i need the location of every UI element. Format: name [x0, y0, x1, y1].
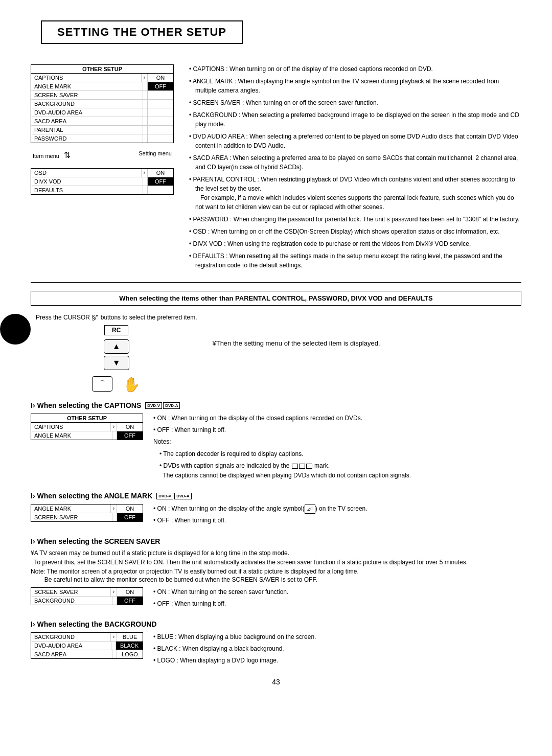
angle-symbol: ⊿□ [305, 505, 315, 514]
bg-row-logo: SACD AREA LOGO [31, 650, 143, 658]
bg-row-black: DVD-AUDIO AREA BLACK [31, 642, 143, 650]
disc-icon-2 [299, 464, 305, 469]
screen-saver-heading-text: I› When selecting the SCREEN SAVER [31, 537, 160, 545]
screen-saver-text1: ¥A TV screen may be burned out if a stat… [31, 549, 521, 557]
bullet-divx: DIVX VOD : When using the registration c… [189, 239, 521, 248]
cursor-left: Press the CURSOR §/ʼ buttons to select t… [31, 314, 197, 393]
captions-heading-text: I› When selecting the CAPTIONS [31, 401, 141, 409]
ss-bullet-off: OFF : When turning it off. [153, 599, 521, 609]
bg-row-blue: BACKGROUND › BLUE [31, 633, 143, 642]
dvd-v-badge: DVD-V [145, 402, 162, 409]
bullet-captions: CAPTIONS : When turning on or off the di… [189, 64, 521, 74]
angle-bullets: ON : When turning on the display of the … [153, 504, 521, 528]
bullet-dvd-audio: DVD AUDIO AREA : When selecting a prefer… [189, 132, 521, 150]
screen-saver-menu: SCREEN SAVER › ON BACKGROUND OFF [31, 587, 143, 605]
menu-box-title: OTHER SETUP [31, 65, 173, 74]
bullet-parental: PARENTAL CONTROL : When restricting play… [189, 175, 521, 212]
ss-row-off: BACKGROUND OFF [31, 597, 143, 605]
bg-bullet-logo: LOGO : When displaying a DVD logo image. [153, 656, 521, 666]
osd-menu: OSD › ON DIVX VOD OFF DEFAULTS [31, 168, 174, 195]
bullet-angle-mark: ANGLE MARK : When displaying the angle s… [189, 77, 521, 95]
hand-area: ⌒ ✋ [92, 374, 141, 393]
item-setting-labels: Item menu ⇅ Setting menu [31, 150, 174, 160]
page-number-text: 43 [272, 678, 280, 686]
angle-menu: ANGLE MARK › ON SCREEN SAVER OFF [31, 504, 143, 522]
bullet-defaults: DEFAULTS : When resetting all the settin… [189, 251, 521, 270]
bullet-osd: OSD : When turning on or off the OSD(On-… [189, 227, 521, 236]
bullet-password: PASSWORD : When changing the password fo… [189, 215, 521, 224]
ss-bullets: ON : When turning on the screen saver fu… [153, 587, 521, 611]
disc-icon-3 [306, 464, 312, 469]
screen-saver-section: I› When selecting the SCREEN SAVER ¥A TV… [31, 537, 521, 611]
menu-row: ANGLE MARK OFF [31, 82, 173, 91]
captions-bullet-off: OFF : When turning it off. [153, 425, 521, 435]
background-content: BACKGROUND › BLUE DVD-AUDIO AREA BLACK S… [31, 632, 521, 668]
angle-mark-heading: I› When selecting the ANGLE MARK DVD-V D… [31, 492, 521, 500]
ss-row-on: SCREEN SAVER › ON [31, 588, 143, 597]
screen-saver-text2: To prevent this, set the SCREEN SAVER to… [31, 559, 521, 566]
page-title: SETTING THE OTHER SETUP [57, 26, 226, 39]
bullet-sacd: SACD AREA : When selecting a preferred a… [189, 153, 521, 172]
captions-notes-label: Notes: [153, 437, 521, 447]
hand-icon: ✋ [123, 376, 141, 393]
captions-badges: DVD-V DVD-A [145, 402, 180, 409]
rc-box: RC [104, 325, 128, 335]
angle-bullet-on: ON : When turning on the display of the … [153, 504, 521, 514]
arrow-up-button[interactable]: ▲ [104, 339, 129, 354]
top-bullet-list: CAPTIONS : When turning on or off the di… [189, 64, 521, 273]
menu-row: PARENTAL [31, 126, 173, 134]
background-heading: I› When selecting the BACKGROUND [31, 620, 521, 628]
banner-text: When selecting the items other than PARE… [119, 294, 432, 302]
arrow-buttons: ▲ ▼ [104, 339, 129, 370]
cursor-buttons: Press the CURSOR §/ʼ buttons to select t… [36, 314, 197, 393]
ss-bullet-on: ON : When turning on the screen saver fu… [153, 587, 521, 597]
menu-row: PASSWORD [31, 134, 173, 143]
captions-bullet-on: ON : When turning on the display of the … [153, 414, 521, 423]
angle-mark-content: ANGLE MARK › ON SCREEN SAVER OFF ON : Wh… [31, 504, 521, 528]
menu-row: CAPTIONS › ON [31, 74, 173, 82]
captions-row-on: CAPTIONS › ON [31, 423, 143, 431]
top-section: OTHER SETUP CAPTIONS › ON ANGLE MARK OFF… [31, 64, 521, 273]
captions-section: I› When selecting the CAPTIONS DVD-V DVD… [31, 401, 521, 483]
menu-row: DEFAULTS [31, 186, 173, 194]
captions-content: OTHER SETUP CAPTIONS › ON ANGLE MARK OFF… [31, 414, 521, 483]
banner-box: When selecting the items other than PARE… [31, 291, 521, 306]
screen-saver-content: SCREEN SAVER › ON BACKGROUND OFF ON : Wh… [31, 587, 521, 611]
disc-icon-1 [292, 464, 298, 469]
angle-dvd-v-badge: DVD-V [156, 493, 173, 499]
angle-row-on: ANGLE MARK › ON [31, 505, 143, 513]
captions-menu: OTHER SETUP CAPTIONS › ON ANGLE MARK OFF [31, 414, 143, 440]
background-menu: BACKGROUND › BLUE DVD-AUDIO AREA BLACK S… [31, 632, 143, 659]
dvd-a-badge: DVD-A [163, 402, 180, 409]
screen-saver-text3: Note: The monitor screen of a projector … [31, 568, 521, 575]
menu-row: DVD-AUDIO AREA [31, 108, 173, 117]
rc-label: RC [112, 327, 121, 334]
captions-note-2: DVDs with caption signals are indicated … [159, 461, 521, 480]
cursor-text: Press the CURSOR §/ʼ buttons to select t… [36, 314, 197, 321]
bullet-screen-saver: SCREEN SAVER : When turning on or off th… [189, 98, 521, 107]
angle-mark-section: I› When selecting the ANGLE MARK DVD-V D… [31, 492, 521, 528]
captions-heading: I› When selecting the CAPTIONS DVD-V DVD… [31, 401, 521, 409]
circle-black [0, 314, 31, 345]
page-title-box: SETTING THE OTHER SETUP [41, 20, 243, 44]
bullet-background: BACKGROUND : When selecting a preferred … [189, 110, 521, 129]
menu-row: OSD › ON [31, 169, 173, 177]
arrow-down-button[interactable]: ▼ [104, 356, 129, 370]
bg-bullets: BLUE : When displaying a blue background… [153, 632, 521, 668]
angle-bullet-off: OFF : When turning it off. [153, 516, 521, 525]
captions-bullets: ON : When turning on the display of the … [153, 414, 521, 483]
divider [31, 282, 521, 283]
menu-row: SACD AREA [31, 117, 173, 126]
menu-diagram: OTHER SETUP CAPTIONS › ON ANGLE MARK OFF… [31, 64, 174, 273]
screen-saver-text4: Be careful not to allow the monitor scre… [31, 576, 521, 583]
bg-bullet-blue: BLUE : When displaying a blue background… [153, 632, 521, 642]
cursor-right: ¥Then the setting menu of the selected i… [212, 314, 521, 347]
captions-note-1: The caption decoder is required to displ… [159, 449, 521, 459]
angle-row-off: SCREEN SAVER OFF [31, 513, 143, 521]
arrows-icon: ⇅ [64, 151, 71, 159]
arc-button[interactable]: ⌒ [92, 376, 112, 392]
cursor-area: Press the CURSOR §/ʼ buttons to select t… [31, 314, 197, 393]
background-heading-text: I› When selecting the BACKGROUND [31, 620, 157, 628]
menu-row: BACKGROUND [31, 100, 173, 108]
menu-row: SCREEN SAVER [31, 91, 173, 100]
